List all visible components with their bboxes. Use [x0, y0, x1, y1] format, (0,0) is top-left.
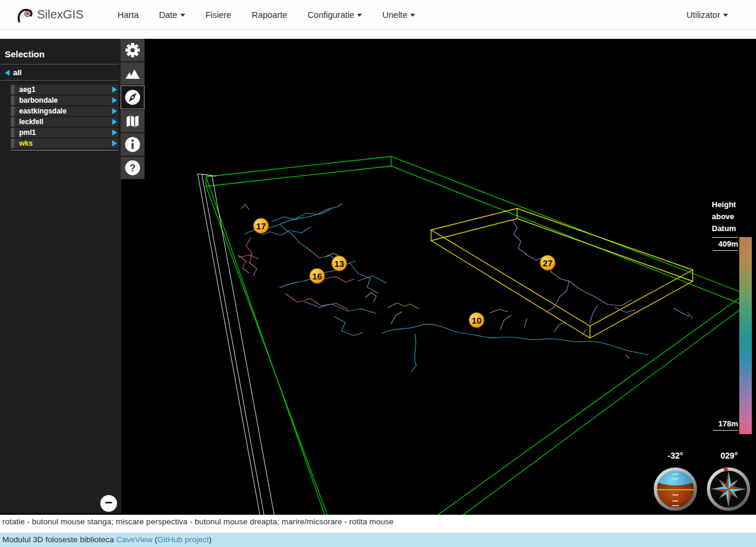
- forward-arrow-icon[interactable]: [112, 140, 117, 146]
- station-marker[interactable]: 27: [540, 255, 555, 271]
- settings-button[interactable]: [121, 39, 145, 62]
- station-marker[interactable]: 10: [469, 312, 484, 328]
- main-menu: Harta Date Fisiere Rapoarte Configuratie…: [107, 4, 425, 26]
- compass-icon: [124, 89, 141, 106]
- credit-text: Modulul 3D foloseste biblioteca: [2, 535, 116, 544]
- app-logo[interactable]: SilexGIS: [17, 6, 84, 24]
- compass-rose[interactable]: [706, 466, 751, 512]
- cave-item-wks[interactable]: wks: [11, 139, 118, 148]
- station-marker[interactable]: 13: [331, 256, 347, 271]
- mouse-help-text: rotatie - butonul mouse stanga; miscare …: [2, 517, 394, 526]
- terrain-button[interactable]: [121, 62, 145, 85]
- station-marker[interactable]: 16: [309, 268, 325, 284]
- info-button[interactable]: [121, 133, 145, 156]
- forward-arrow-icon[interactable]: [112, 97, 117, 103]
- menu-harta[interactable]: Harta: [107, 4, 149, 26]
- item-tab: [11, 139, 14, 148]
- info-icon: [124, 136, 141, 153]
- menu-unelte[interactable]: Unelte: [372, 4, 425, 26]
- mountain-icon: [125, 66, 140, 81]
- svg-text:?: ?: [130, 162, 136, 174]
- legend-max-value: 409m: [713, 239, 738, 251]
- brand-name: SilexGIS: [37, 8, 84, 21]
- artificial-horizon[interactable]: [653, 466, 698, 512]
- station-marker[interactable]: 17: [253, 218, 269, 233]
- chevron-down-icon: [723, 14, 728, 17]
- silexgis-logo-icon: [17, 6, 35, 24]
- north-mark: [724, 467, 728, 472]
- height-gradient-bar: [739, 237, 752, 434]
- legend-title: Height above Datum: [712, 199, 738, 238]
- pitch-readout: -32°: [657, 451, 693, 460]
- cave-item-eastkingsdale[interactable]: eastkingsdale: [11, 106, 118, 116]
- menu-utilizator[interactable]: Utilizator: [677, 4, 738, 26]
- map-icon: [125, 114, 140, 128]
- item-tab: [11, 96, 14, 105]
- caveview-3d-canvas[interactable]: 17 13 16 10 27 Selection all aeg1 barbon…: [0, 39, 756, 515]
- top-navbar: SilexGIS Harta Date Fisiere Rapoarte Con…: [0, 0, 756, 30]
- forward-arrow-icon[interactable]: [112, 130, 117, 136]
- item-tab: [11, 128, 14, 137]
- library-credit-bar: Modulul 3D foloseste biblioteca CaveView…: [0, 533, 756, 547]
- viewer-toolbar: ?: [121, 39, 145, 180]
- map-button[interactable]: [121, 110, 145, 133]
- cave-list: aeg1 barbondale eastkingsdale leckfell p…: [11, 85, 118, 150]
- back-arrow-icon: [5, 70, 10, 76]
- credit-text: ): [209, 535, 212, 544]
- bearing-readout: 029°: [711, 451, 747, 460]
- compass-mode-button[interactable]: [121, 85, 145, 109]
- menu-fisiere[interactable]: Fisiere: [195, 4, 242, 26]
- selection-panel-title: Selection: [0, 39, 119, 64]
- cave-survey-lines: [238, 204, 693, 371]
- gear-icon: [125, 42, 140, 58]
- menu-date[interactable]: Date: [149, 4, 195, 26]
- cave-item-pml1[interactable]: pml1: [11, 128, 118, 137]
- forward-arrow-icon[interactable]: [112, 119, 117, 125]
- chevron-down-icon: [410, 14, 415, 17]
- item-tab: [11, 106, 14, 116]
- cave-item-leckfell[interactable]: leckfell: [11, 117, 118, 127]
- help-button[interactable]: ?: [121, 156, 145, 179]
- forward-arrow-icon[interactable]: [112, 108, 117, 114]
- cave-item-barbondale[interactable]: barbondale: [11, 96, 118, 105]
- item-tab: [11, 85, 14, 94]
- menu-configuratie[interactable]: Configuratie: [297, 4, 372, 26]
- forward-arrow-icon[interactable]: [112, 87, 117, 93]
- item-tab: [11, 117, 14, 127]
- legend-min-value: 178m: [713, 419, 738, 431]
- selection-panel: Selection all aeg1 barbondale eastkingsd…: [0, 39, 121, 514]
- caveview-link[interactable]: CaveView: [116, 535, 153, 544]
- chevron-down-icon: [357, 14, 362, 17]
- cave-item-aeg1[interactable]: aeg1: [11, 85, 118, 94]
- selection-back-all[interactable]: all: [0, 64, 119, 81]
- survey-bounding-box: [206, 156, 745, 515]
- collapse-panel-button[interactable]: −: [100, 495, 117, 512]
- chevron-down-icon: [180, 14, 185, 17]
- question-icon: ?: [124, 159, 141, 176]
- menu-rapoarte[interactable]: Rapoarte: [241, 4, 297, 26]
- mouse-help-bar: rotatie - butonul mouse stanga; miscare …: [0, 515, 756, 529]
- github-project-link[interactable]: GitHub project: [157, 535, 208, 544]
